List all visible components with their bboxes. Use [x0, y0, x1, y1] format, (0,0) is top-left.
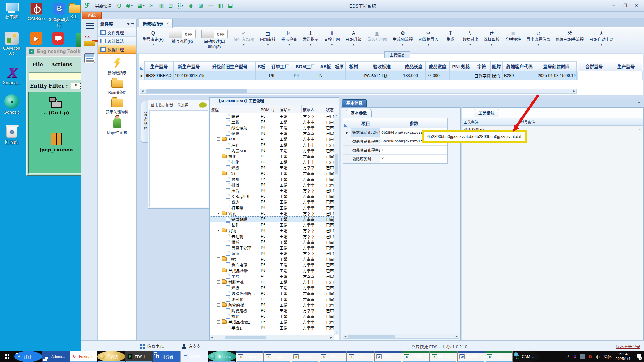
column-header[interactable]: 终端客户代码	[503, 61, 536, 71]
expand-collapse-icon[interactable]	[217, 172, 220, 175]
toolbar-button[interactable]: ⇧ 文控上网 ▾	[321, 30, 343, 47]
flow-tree-row[interactable]: X-Ray冲孔 P6 王娟 方幸幸 已审核	[210, 194, 334, 199]
flow-tree-row[interactable]: 选择性树脂… P6 王娟 方幸幸 已审核	[210, 291, 334, 296]
dropdown-arrow-icon[interactable]: ▾	[538, 43, 539, 46]
flow-tree-row[interactable]: 排板 P6 王娟 方幸幸 已审核	[210, 182, 334, 188]
flow-tree-row[interactable]: 钻孔 P6 王娟 方幸幸 已审核	[210, 211, 334, 216]
dropdown-arrow-icon[interactable]: ▾	[353, 43, 354, 46]
dropdown-arrow-icon[interactable]: ▾	[428, 43, 429, 46]
taskbar-app-button[interactable]: B289-...	[374, 351, 402, 362]
system-menu-tab[interactable]: 系统	[82, 12, 102, 19]
flow-tree-row[interactable]: 半成品检验 P6 王娟 方幸幸 已审核	[210, 268, 334, 273]
flow-tree-row[interactable]: 烘板 P6 王娟 方幸幸 已审核	[210, 285, 334, 291]
column-header[interactable]: 新生产型号	[174, 61, 204, 71]
monitor-icon[interactable]: ▭	[208, 3, 213, 8]
scrollbar-thumb[interactable]	[348, 335, 395, 338]
tab-device-structure[interactable]: 设备结构	[141, 101, 148, 143]
scroll-down-icon[interactable]: ▼	[334, 330, 339, 335]
start-button[interactable]	[0, 351, 14, 362]
scroll-up-icon[interactable]: ∧	[639, 128, 641, 131]
flow-tree-row[interactable]: 打字喽 P6 王娟 方幸幸 已审核	[210, 205, 334, 211]
desktop-icon-this-pc[interactable]: 此电脑	[1, 3, 22, 20]
chart-icon[interactable]: ▨	[198, 3, 203, 8]
taskbar-app-button[interactable]: 兴森快...	[97, 351, 125, 362]
flow-tree-row[interactable]: AOI P6 王娟 方幸幸 已审核	[210, 136, 334, 142]
column-header[interactable]: 合拼型号	[578, 61, 610, 71]
taskbar-app-button[interactable]: Engine...	[236, 351, 264, 362]
param-value-cell[interactable]: /	[380, 155, 447, 163]
column-header[interactable]: 成品长度	[402, 61, 426, 71]
ime-mode-indicator[interactable]: 简体	[603, 354, 612, 359]
tab-basic-params[interactable]: 基本参数	[346, 109, 372, 117]
dropdown-arrow-icon[interactable]: ▾	[288, 43, 290, 46]
taskbar-app-button[interactable]: EDS工...	[125, 351, 153, 362]
select-all-cell[interactable]	[343, 118, 351, 128]
scrollbar-thumb[interactable]	[146, 89, 247, 93]
flow-tree-row[interactable]: 陶瓷磨板 P6 王娟 方幸幸 已审核	[210, 302, 334, 308]
notification-center-icon[interactable]: 1	[634, 354, 641, 359]
toolbar-button[interactable]: ✔ 保存信息(S) ▾	[230, 30, 257, 47]
node-list[interactable]	[149, 110, 208, 207]
flow-tree-row[interactable]: 铣边 P6 王娟 方幸幸 已审核	[210, 199, 334, 205]
taskbar-app-button[interactable]: Foxmail	[70, 351, 97, 362]
table-row[interactable]: ▶ 6B2890BHAO10010600135158P6P6NIPC-6012 …	[139, 71, 643, 80]
xshell-tray-icon[interactable]: X	[574, 354, 576, 359]
scroll-left-icon[interactable]: ◀	[343, 335, 347, 338]
param-row[interactable]: 微黏膜类别 /	[343, 155, 447, 163]
minimize-button[interactable]: ─	[608, 2, 619, 10]
taskbar-app-button[interactable]: pnl of ...	[347, 351, 374, 362]
tab-process-remarks[interactable]: 工艺备注	[474, 109, 499, 117]
dropdown-arrow-icon[interactable]: ▾	[469, 43, 471, 46]
flow-tree-row[interactable]: 棕化 P6 王娟 方幸幸 已审核	[210, 153, 334, 159]
expand-collapse-icon[interactable]	[217, 269, 220, 272]
select-all-cell[interactable]	[139, 61, 145, 71]
desktop-icon-xmanager[interactable]: XXmana...	[1, 67, 22, 85]
tray-app-icon[interactable]	[580, 354, 585, 359]
maximize-button[interactable]: ❐	[619, 2, 631, 10]
toolbar-button[interactable]: ↪ MI数据导入 ▾	[416, 30, 441, 47]
column-header[interactable]: 验收标准	[362, 61, 402, 71]
toolbar-button[interactable]: ☺ 导出流程信息 ▾	[524, 30, 553, 47]
dropdown-arrow-icon[interactable]: ▼	[637, 101, 641, 104]
sidebar-tool[interactable]: 预审关键物料	[98, 99, 136, 114]
dropdown-arrow-icon[interactable]: ▾	[143, 4, 145, 7]
toolbar-button[interactable]: ↧ 集成	[441, 30, 459, 43]
ime-language-indicator[interactable]: 中	[596, 354, 600, 359]
remarks-body[interactable]: 激光微黏膜 ∧ ∧	[462, 126, 643, 340]
expand-collapse-icon[interactable]	[217, 320, 220, 324]
column-header[interactable]: 订单工厂	[268, 61, 292, 71]
cut-icon[interactable]: ✂	[149, 3, 154, 8]
flow-tree-row[interactable]: 半检 P6 王娟 方幸幸 已审核	[210, 273, 334, 279]
flow-tree-row[interactable]: 钻孔 P6 王娟 方幸幸 已审核	[210, 222, 334, 228]
flow-tree-row[interactable]: 预排 P6 王娟 方幸幸 已审核	[210, 176, 334, 182]
search-icon[interactable]: Q	[117, 3, 121, 8]
flow-tree-row[interactable]: 电镀 P6 王娟 方幸幸 已审核	[210, 256, 334, 262]
flow-tree-row[interactable]: 陶瓷磨板 P6 王娟 方幸幸 已审核	[210, 308, 334, 313]
apps-icon[interactable]: ⣿▾	[177, 3, 183, 8]
params-horizontal-scrollbar[interactable]: ◀ ▶	[343, 334, 459, 339]
desktop-icon-cam350[interactable]: CAM350 9.5	[1, 32, 22, 56]
toolbar-button[interactable]: ϟ 数据对比 ▾	[459, 30, 481, 47]
taskbar-app-button[interactable]: 6b72t...	[457, 351, 485, 362]
flow-tree-row[interactable]: 曝光 P6 王娟 方幸幸 已审核	[210, 113, 334, 119]
flow-tree-row[interactable]: 去毛刺 P6 王娟 方幸幸 已审核	[210, 233, 334, 239]
column-header[interactable]: BOM工厂	[292, 61, 318, 71]
toolbar-button[interactable]: ⇄ 选择母板 ▾	[481, 30, 502, 47]
tab-new-flow-instruction[interactable]: 新流程指示 ×	[139, 19, 173, 28]
column-header[interactable]: 生产型号	[610, 61, 642, 71]
column-header[interactable]: AB板	[318, 61, 333, 71]
scroll-right-icon[interactable]: ▶	[571, 90, 576, 93]
collapse-left-icon[interactable]: ◀	[127, 22, 129, 25]
dropdown-arrow-icon[interactable]: ▾	[131, 4, 133, 7]
toolkit-item-go-up[interactable]: .. (Go Up)	[37, 101, 75, 116]
dropdown-arrow-icon[interactable]: ▾	[310, 43, 311, 46]
flow-vertical-scrollbar[interactable]: ▲ ▼	[334, 113, 339, 335]
column-header[interactable]: 字符	[473, 61, 491, 71]
flow-tree-row[interactable]: 烘板 P6 王娟 方幸幸 已审核	[210, 165, 334, 171]
expand-collapse-icon[interactable]	[217, 229, 220, 232]
dropdown-arrow-icon[interactable]: ▾	[601, 43, 602, 46]
flow-tree-row[interactable]: 沉铜 P6 王娟 方幸幸 已审核	[210, 228, 334, 233]
flow-tree-row[interactable]: 显影 P6 王娟 方幸幸 已审核	[210, 119, 334, 125]
column-header[interactable]: 板厚	[333, 61, 346, 71]
taskbar-app-button[interactable]: CAM_...	[513, 351, 540, 362]
